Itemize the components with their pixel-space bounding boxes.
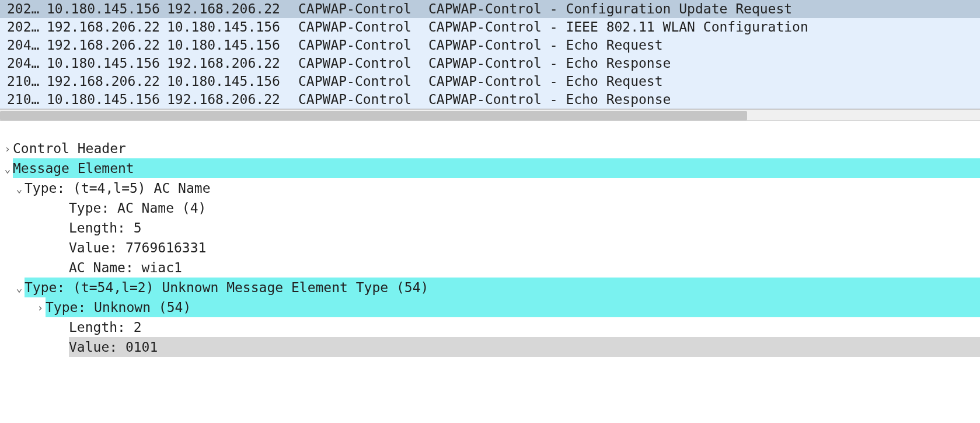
tree-label: Message Element [13,158,980,178]
horizontal-scrollbar[interactable] [0,109,980,121]
packet-list[interactable]: 2025…10.180.145.156192.168.206.22CAPWAP-… [0,0,980,109]
tree-label: Length: 5 [69,218,980,238]
packet-source: 192.168.206.22 [47,36,167,54]
tree-row[interactable]: ⌄Type: (t=54,l=2) Unknown Message Elemen… [0,278,980,297]
tree-row[interactable]: ›Type: Unknown (54) [0,297,980,317]
packet-source: 192.168.206.22 [47,18,167,36]
tree-row[interactable]: Length: 5 [0,218,980,238]
tree-row[interactable]: Type: AC Name (4) [0,198,980,218]
tree-label: Control Header [13,138,980,158]
packet-destination: 10.180.145.156 [167,36,298,54]
tree-toggle-empty [58,208,69,209]
packet-info: CAPWAP-Control - Echo Request [428,36,973,54]
packet-source: 10.180.145.156 [47,54,167,72]
tree-row[interactable]: ›Control Header [0,138,980,158]
tree-row[interactable]: Value: 7769616331 [0,238,980,258]
packet-time: 2025… [7,0,47,18]
tree-row[interactable]: AC Name: wiac1 [0,258,980,278]
tree-label: Type: Unknown (54) [46,297,980,317]
packet-destination: 192.168.206.22 [167,0,298,18]
chevron-right-icon[interactable]: › [2,138,13,158]
tree-toggle-empty [58,248,69,248]
packet-destination: 192.168.206.22 [167,54,298,72]
packet-destination: 10.180.145.156 [167,18,298,36]
chevron-down-icon[interactable]: ⌄ [2,158,13,178]
packet-protocol: CAPWAP-Control [298,0,428,18]
tree-row[interactable]: Value: 0101 [0,337,980,357]
tree-label: AC Name: wiac1 [69,258,980,278]
packet-info: CAPWAP-Control - IEEE 802.11 WLAN Config… [428,18,973,36]
packet-source: 192.168.206.22 [47,72,167,91]
packet-destination: 192.168.206.22 [167,91,298,109]
tree-row[interactable]: Length: 2 [0,317,980,337]
packet-time: 2025… [7,18,47,36]
tree-row[interactable]: ⌄Message Element [0,158,980,178]
packet-row[interactable]: 2025…10.180.145.156192.168.206.22CAPWAP-… [0,0,980,18]
tree-label: Type: (t=4,l=5) AC Name [25,178,980,198]
packet-time: 2041… [7,36,47,54]
packet-details-tree[interactable]: ›Control Header⌄Message Element⌄Type: (t… [0,138,980,357]
packet-source: 10.180.145.156 [47,0,167,18]
tree-toggle-empty [58,327,69,328]
packet-time: 2041… [7,54,47,72]
packet-time: 2101… [7,91,47,109]
packet-protocol: CAPWAP-Control [298,91,428,109]
tree-label: Length: 2 [69,317,980,337]
chevron-down-icon[interactable]: ⌄ [14,278,25,297]
packet-info: CAPWAP-Control - Echo Request [428,72,973,91]
packet-row[interactable]: 2041…10.180.145.156192.168.206.22CAPWAP-… [0,54,980,72]
packet-row[interactable]: 2101…192.168.206.2210.180.145.156CAPWAP-… [0,72,980,91]
packet-row[interactable]: 2025…192.168.206.2210.180.145.156CAPWAP-… [0,18,980,36]
packet-destination: 10.180.145.156 [167,72,298,91]
packet-protocol: CAPWAP-Control [298,72,428,91]
chevron-right-icon[interactable]: › [35,297,46,317]
packet-protocol: CAPWAP-Control [298,36,428,54]
tree-toggle-empty [58,228,69,228]
pane-divider[interactable] [0,121,980,138]
chevron-down-icon[interactable]: ⌄ [14,178,25,198]
tree-label: Value: 0101 [69,337,980,357]
packet-protocol: CAPWAP-Control [298,18,428,36]
packet-row[interactable]: 2041…192.168.206.2210.180.145.156CAPWAP-… [0,36,980,54]
tree-label: Type: AC Name (4) [69,198,980,218]
packet-row[interactable]: 2101…10.180.145.156192.168.206.22CAPWAP-… [0,91,980,109]
packet-info: CAPWAP-Control - Echo Response [428,91,973,109]
scrollbar-thumb[interactable] [0,111,747,120]
packet-time: 2101… [7,72,47,91]
tree-label: Value: 7769616331 [69,238,980,258]
packet-info: CAPWAP-Control - Configuration Update Re… [428,0,973,18]
packet-info: CAPWAP-Control - Echo Response [428,54,973,72]
tree-toggle-empty [58,268,69,268]
tree-row[interactable]: ⌄Type: (t=4,l=5) AC Name [0,178,980,198]
packet-protocol: CAPWAP-Control [298,54,428,72]
tree-label: Type: (t=54,l=2) Unknown Message Element… [25,278,980,297]
tree-toggle-empty [58,347,69,348]
packet-source: 10.180.145.156 [47,91,167,109]
